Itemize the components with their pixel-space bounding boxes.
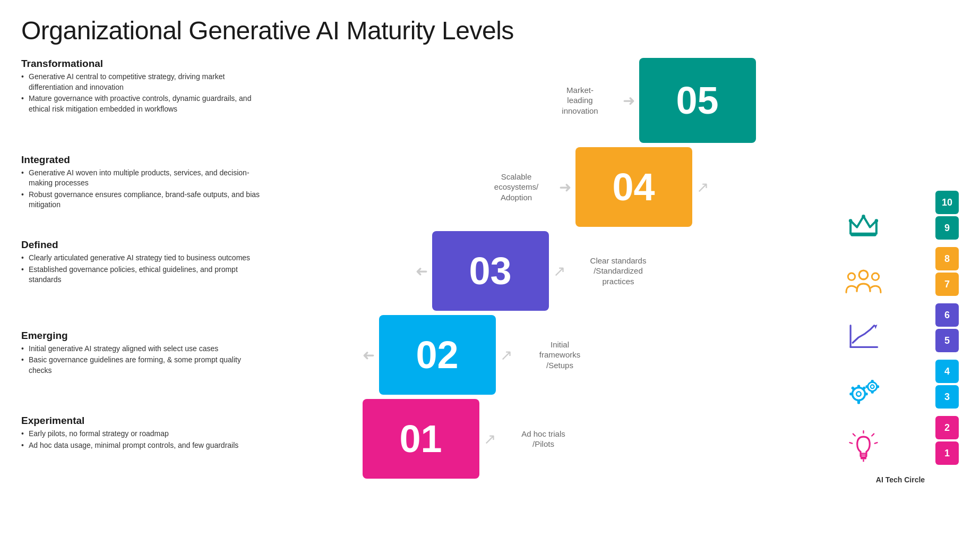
svg-point-7 — [872, 273, 879, 280]
svg-line-28 — [853, 434, 855, 436]
left-column: Transformational Generative AI central t… — [21, 58, 276, 489]
gears-icon — [844, 377, 883, 409]
level-defined: Defined Clearly articulated generative A… — [21, 239, 265, 303]
bullet-item: Generative AI central to competitive str… — [21, 72, 265, 92]
level-emerging-bullets: Initial generative AI strategy aligned w… — [21, 344, 265, 376]
level-integrated-title: Integrated — [21, 154, 265, 166]
arrow-03-right: ↗ — [553, 262, 565, 280]
bullet-item: Generative AI woven into multiple produc… — [21, 168, 265, 189]
badges-crown: 10 9 — [935, 191, 959, 240]
svg-point-3 — [848, 219, 852, 223]
bullet-item: Ad hoc data usage, minimal prompt contro… — [21, 440, 265, 451]
bullet-item: Basic governance guidelines are forming,… — [21, 355, 265, 376]
level-integrated-bullets: Generative AI woven into multiple produc… — [21, 168, 265, 210]
stair-label-02-right: Initialframeworks/Setups — [518, 339, 603, 371]
svg-line-29 — [849, 443, 852, 444]
badge-1: 1 — [935, 441, 959, 465]
svg-point-20 — [870, 385, 874, 388]
stair-label-04-left: Scalableecosystems/Adoption — [479, 172, 554, 203]
bulb-icon — [849, 430, 878, 465]
level-experimental-title: Experimental — [21, 415, 265, 427]
svg-rect-23 — [865, 385, 868, 388]
arrow-04-right: ↗ — [697, 178, 709, 196]
svg-rect-32 — [861, 457, 866, 460]
level-transformational: Transformational Generative AI central t… — [21, 58, 265, 127]
level-emerging-title: Emerging — [21, 330, 265, 342]
svg-line-26 — [872, 434, 874, 436]
icon-row-bulb: 2 1 — [842, 416, 959, 465]
svg-point-19 — [867, 382, 876, 391]
badge-2: 2 — [935, 416, 959, 439]
svg-point-2 — [862, 215, 865, 218]
svg-point-5 — [859, 270, 868, 279]
stair-label-03-right: Clear standards/Standardizedpractices — [571, 256, 666, 287]
stair-box-02: 02 — [379, 315, 496, 395]
badges-chart: 6 5 — [935, 303, 959, 352]
svg-rect-1 — [850, 234, 876, 236]
branding-text: AI Tech Circle — [842, 475, 959, 484]
svg-line-27 — [874, 443, 877, 444]
badges-bulb: 2 1 — [935, 416, 959, 465]
svg-rect-15 — [849, 393, 853, 395]
svg-point-12 — [856, 392, 861, 396]
badge-5: 5 — [935, 329, 959, 352]
level-defined-title: Defined — [21, 239, 265, 251]
badge-8: 8 — [935, 247, 959, 270]
chart-icon-container — [842, 320, 884, 352]
stair-box-04: 04 — [575, 147, 692, 227]
icon-row-chart: 6 5 — [842, 303, 959, 352]
right-column: 10 9 8 7 — [842, 58, 959, 489]
level-integrated: Integrated Generative AI woven into mult… — [21, 154, 265, 212]
svg-point-4 — [874, 219, 878, 223]
svg-marker-0 — [850, 216, 876, 234]
svg-rect-14 — [857, 401, 859, 404]
stair-row-04: Scalableecosystems/Adoption ➜ 04 ↗ — [363, 147, 756, 227]
level-emerging: Emerging Initial generative AI strategy … — [21, 330, 265, 388]
people-icon — [844, 267, 883, 296]
gears-icon-container — [842, 377, 884, 409]
svg-rect-24 — [876, 385, 879, 388]
badge-9: 9 — [935, 216, 959, 240]
svg-rect-13 — [857, 385, 859, 388]
badges-gears: 4 3 — [935, 360, 959, 409]
badge-7: 7 — [935, 273, 959, 296]
stair-row-03: ➜ 03 ↗ Clear standards/Standardizedpract… — [363, 231, 756, 311]
badge-4: 4 — [935, 360, 959, 383]
bullet-item: Robust governance ensures compliance, br… — [21, 190, 265, 210]
stair-box-05: 05 — [639, 58, 756, 143]
stair-row-02: ➜ 02 ↗ Initialframeworks/Setups — [363, 315, 756, 395]
crown-icon-container — [842, 210, 884, 240]
badge-6: 6 — [935, 303, 959, 327]
bullet-item: Mature governance with proactive control… — [21, 94, 265, 114]
level-experimental: Experimental Early pilots, no formal str… — [21, 415, 265, 484]
level-defined-bullets: Clearly articulated generative AI strate… — [21, 253, 265, 285]
bullet-item: Established governance policies, ethical… — [21, 265, 265, 285]
bullet-item: Initial generative AI strategy aligned w… — [21, 344, 265, 354]
svg-rect-22 — [871, 391, 873, 394]
icon-row-gears: 4 3 — [842, 360, 959, 409]
stair-row-01: 01 ↗ Ad hoc trials/Pilots — [363, 399, 756, 479]
badge-3: 3 — [935, 385, 959, 409]
people-icon-container — [842, 267, 884, 296]
arrow-03-left: ➜ — [416, 262, 428, 280]
badge-10: 10 — [935, 191, 959, 214]
stair-label-05-left: Market-leadinginnovation — [543, 85, 617, 116]
badges-people: 8 7 — [935, 247, 959, 296]
stair-row-05: Market-leadinginnovation ➜ 05 — [363, 58, 756, 143]
chart-icon — [846, 320, 881, 352]
stair-box-01: 01 — [363, 399, 479, 479]
stair-label-01-right: Ad hoc trials/Pilots — [501, 429, 586, 449]
crown-icon — [846, 210, 881, 240]
level-experimental-bullets: Early pilots, no formal strategy or road… — [21, 429, 265, 450]
level-transformational-bullets: Generative AI central to competitive str… — [21, 72, 265, 114]
arrow-04: ➜ — [559, 178, 571, 196]
arrow-05: ➜ — [623, 92, 635, 109]
arrow-02-left: ➜ — [363, 346, 375, 364]
staircase: Market-leadinginnovation ➜ 05 Scalableec… — [363, 58, 756, 484]
level-transformational-title: Transformational — [21, 58, 265, 70]
bullet-item: Early pilots, no formal strategy or road… — [21, 429, 265, 439]
svg-rect-16 — [864, 393, 867, 395]
arrow-02-right: ↗ — [500, 346, 512, 364]
icon-row-crown: 10 9 — [842, 191, 959, 240]
svg-point-6 — [848, 273, 855, 280]
